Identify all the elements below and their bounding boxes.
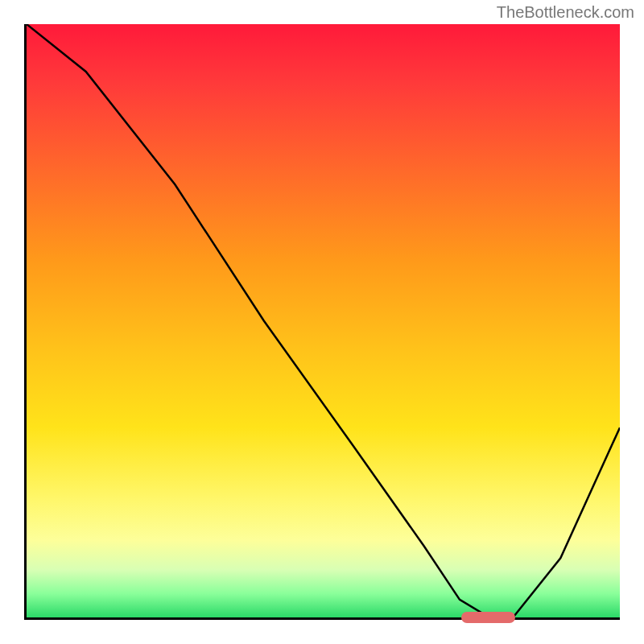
bottleneck-curve [27,24,620,617]
curve-path [27,24,620,617]
plot-area [24,24,620,620]
watermark-text: TheBottleneck.com [497,3,634,22]
ideal-range-marker [461,612,515,623]
chart-container: TheBottleneck.com [0,0,644,644]
